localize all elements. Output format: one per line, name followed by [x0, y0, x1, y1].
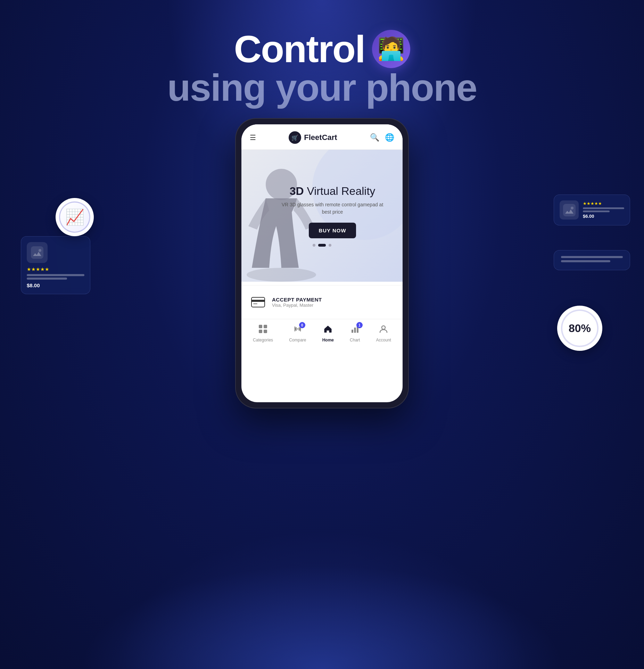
- topbar-icons: 🔍 🌐: [370, 133, 394, 142]
- hero-line1: Control 🧑‍💻: [166, 28, 478, 70]
- phone-topbar: ☰ 🛒 FleetCart 🔍 🌐: [241, 124, 403, 150]
- svg-rect-0: [31, 246, 43, 259]
- chart-badge: 1: [356, 322, 363, 328]
- nav-label-account: Account: [376, 338, 391, 342]
- nav-icon-wrap-compare: 0: [293, 324, 303, 336]
- svg-rect-5: [251, 300, 265, 302]
- side-card-bar-1: [27, 274, 84, 276]
- svg-rect-8: [264, 325, 267, 328]
- home-icon: [323, 324, 333, 336]
- bar-2: [583, 210, 610, 212]
- trending-icon-wrap: 📈: [59, 201, 90, 233]
- payment-card-icon: [250, 294, 266, 311]
- dot-3: [329, 244, 331, 247]
- float-percent-inner: 80%: [561, 309, 598, 347]
- float-percent-badge: 80%: [557, 306, 602, 351]
- svg-rect-9: [259, 330, 262, 333]
- account-icon: [379, 324, 388, 336]
- hero-banner: 3D Virtual Reality VR 3D glasses with re…: [241, 150, 403, 282]
- categories-icon: [258, 324, 268, 336]
- nav-label-home: Home: [322, 338, 334, 342]
- svg-rect-15: [563, 204, 576, 216]
- nav-item-account[interactable]: Account: [376, 324, 391, 342]
- side-card-left-price: $8.00: [27, 282, 84, 288]
- nav-icon-wrap-home: [323, 324, 333, 336]
- banner-description: VR 3D glasses with remote control gamepa…: [282, 201, 383, 216]
- search-icon[interactable]: 🔍: [370, 133, 379, 142]
- svg-point-16: [571, 207, 573, 209]
- side-card-left: ★★★★★ $8.00: [21, 236, 90, 294]
- svg-rect-11: [352, 330, 353, 333]
- phone-screen: ☰ 🛒 FleetCart 🔍 🌐: [241, 124, 403, 402]
- phone-bottom-nav: Categories 0: [241, 319, 403, 349]
- side-card-right-bottom: [554, 250, 630, 270]
- hero-avatar: 🧑‍💻: [372, 30, 410, 68]
- payment-text: ACCEPT PAYMENT Visa, Paypal, Master: [272, 297, 322, 308]
- buy-now-button[interactable]: BUY NOW: [309, 223, 356, 238]
- app-name: FleetCart: [304, 133, 337, 142]
- side-card-right-price: $6.00: [583, 214, 624, 219]
- rbar-2: [561, 260, 610, 262]
- banner-title: 3D Virtual Reality: [282, 185, 383, 198]
- nav-item-compare[interactable]: 0 Compare: [289, 324, 306, 342]
- globe-icon[interactable]: 🌐: [385, 133, 394, 142]
- side-card-left-image: [27, 242, 48, 263]
- nav-label-compare: Compare: [289, 338, 306, 342]
- svg-point-2: [247, 268, 316, 282]
- side-card-right-info: ★★★★★ $6.00: [583, 201, 624, 219]
- side-card-right-bars: [583, 207, 624, 212]
- svg-point-14: [382, 326, 385, 329]
- hero-subtitle: using your phone: [166, 66, 478, 108]
- phone-container: ☰ 🛒 FleetCart 🔍 🌐: [235, 118, 409, 408]
- svg-rect-4: [251, 297, 265, 307]
- svg-rect-12: [354, 328, 356, 333]
- nav-item-chart[interactable]: 1 Chart: [350, 324, 360, 342]
- banner-content: 3D Virtual Reality VR 3D glasses with re…: [282, 185, 383, 238]
- bar-1: [583, 207, 624, 209]
- svg-rect-7: [259, 325, 262, 328]
- hero-section: Control 🧑‍💻 using your phone: [166, 28, 478, 108]
- nav-label-categories: Categories: [253, 338, 273, 342]
- trending-icon: 📈: [65, 208, 84, 226]
- logo-icon: 🛒: [289, 131, 301, 144]
- nav-label-chart: Chart: [350, 338, 360, 342]
- side-card-right-top: ★★★★★ $6.00: [554, 195, 630, 225]
- percent-text: 80%: [569, 322, 591, 335]
- svg-rect-10: [264, 330, 267, 333]
- app-logo: 🛒 FleetCart: [289, 131, 337, 144]
- hero-title: Control: [234, 28, 365, 70]
- compare-badge: 0: [299, 322, 305, 328]
- svg-point-1: [39, 249, 41, 252]
- rbar-1: [561, 256, 623, 258]
- side-card-right-image: [560, 200, 579, 220]
- nav-item-categories[interactable]: Categories: [253, 324, 273, 342]
- svg-rect-6: [253, 303, 257, 304]
- nav-icon-wrap-chart: 1: [350, 324, 360, 336]
- nav-icon-wrap-account: [379, 324, 388, 336]
- banner-title-normal: Virtual Reality: [304, 185, 375, 197]
- side-card-bar-2: [27, 278, 67, 280]
- nav-icon-wrap-categories: [258, 324, 268, 336]
- float-trending-badge: 📈: [56, 198, 94, 236]
- payment-section: ACCEPT PAYMENT Visa, Paypal, Master: [241, 285, 403, 319]
- payment-subtitle: Visa, Paypal, Master: [272, 303, 322, 308]
- side-card-left-stars: ★★★★★: [27, 266, 84, 272]
- side-card-right-stars: ★★★★★: [583, 201, 624, 206]
- menu-icon[interactable]: ☰: [250, 133, 256, 142]
- nav-item-home[interactable]: Home: [322, 324, 334, 342]
- payment-title: ACCEPT PAYMENT: [272, 297, 322, 303]
- phone-frame: ☰ 🛒 FleetCart 🔍 🌐: [235, 118, 409, 408]
